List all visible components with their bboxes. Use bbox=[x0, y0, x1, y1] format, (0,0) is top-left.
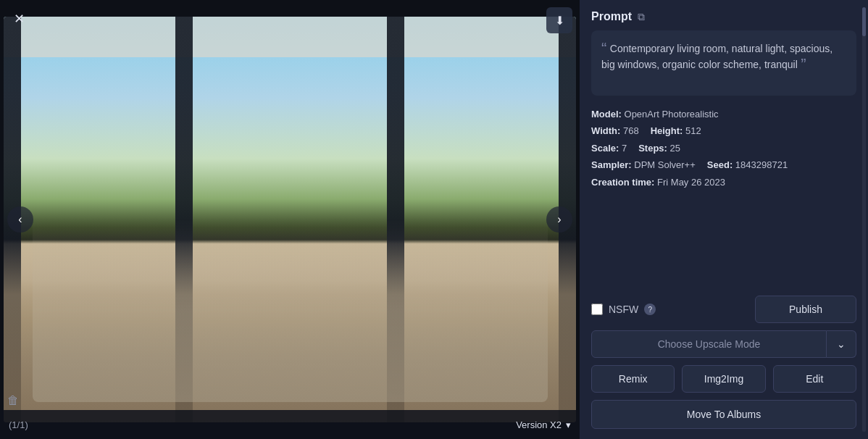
height-value: 512 bbox=[685, 125, 701, 136]
close-button[interactable]: ✕ bbox=[9, 9, 29, 29]
height-item: Height: 512 bbox=[651, 122, 701, 139]
creation-label: Creation time: bbox=[591, 177, 654, 188]
sampler-value: DPM Solver++ bbox=[634, 159, 696, 170]
generated-image bbox=[4, 17, 576, 422]
side-panel: Prompt ⧉ “ Contemporary living room, nat… bbox=[580, 0, 868, 439]
steps-label: Steps: bbox=[638, 143, 667, 154]
furniture-layer bbox=[33, 220, 548, 402]
nsfw-help-icon[interactable]: ? bbox=[644, 304, 656, 315]
modal-overlay: ✕ ⬇ ‹ › 🗑 (1/1) Version X bbox=[0, 0, 868, 439]
upscale-row: Choose Upscale Mode ⌄ bbox=[591, 330, 856, 358]
img2img-button[interactable]: Img2Img bbox=[682, 365, 765, 393]
nsfw-label: NSFW bbox=[609, 304, 638, 315]
sampler-item: Sampler: DPM Solver++ bbox=[591, 156, 696, 173]
scale-label: Scale: bbox=[591, 143, 619, 154]
sampler-label: Sampler: bbox=[591, 159, 632, 170]
prompt-box: “ Contemporary living room, natural ligh… bbox=[591, 30, 856, 96]
scrollbar-track bbox=[862, 7, 866, 432]
width-label: Width: bbox=[591, 125, 620, 136]
nsfw-checkbox[interactable] bbox=[591, 304, 603, 315]
prompt-title: Prompt bbox=[591, 10, 632, 23]
upscale-chevron-icon: ⌄ bbox=[837, 338, 846, 350]
seed-item: Seed: 1843298721 bbox=[707, 156, 788, 173]
width-value: 768 bbox=[623, 125, 639, 136]
next-image-button[interactable]: › bbox=[546, 206, 572, 233]
prompt-header: Prompt ⧉ bbox=[591, 10, 856, 23]
width-item: Width: 768 bbox=[591, 122, 639, 139]
model-row: Model: OpenArt Photorealistic bbox=[591, 106, 856, 122]
version-label: Version X2 bbox=[516, 419, 562, 430]
action-buttons-row: Remix Img2Img Edit bbox=[591, 365, 856, 393]
sampler-seed-row: Sampler: DPM Solver++ Seed: 1843298721 bbox=[591, 156, 856, 173]
steps-item: Steps: 25 bbox=[638, 140, 680, 156]
prompt-text: Contemporary living room, natural light,… bbox=[601, 43, 832, 70]
download-icon: ⬇ bbox=[555, 14, 564, 28]
edit-button[interactable]: Edit bbox=[773, 365, 856, 393]
model-label: Model: bbox=[591, 109, 622, 120]
upscale-dropdown-button[interactable]: ⌄ bbox=[827, 330, 856, 358]
version-chevron-icon: ▾ bbox=[566, 419, 571, 430]
quote-open: “ bbox=[601, 39, 606, 57]
prev-image-button[interactable]: ‹ bbox=[7, 206, 33, 233]
delete-button[interactable]: 🗑 bbox=[7, 394, 19, 407]
seed-label: Seed: bbox=[707, 159, 733, 170]
copy-icon: ⧉ bbox=[638, 11, 645, 22]
creation-time-row: Creation time: Fri May 26 2023 bbox=[591, 174, 856, 191]
close-icon: ✕ bbox=[14, 11, 25, 27]
creation-value: Fri May 26 2023 bbox=[657, 177, 725, 188]
version-selector[interactable]: Version X2 ▾ bbox=[516, 419, 571, 430]
quote-close: ” bbox=[801, 56, 806, 74]
remix-button[interactable]: Remix bbox=[591, 365, 675, 393]
image-panel: ⬇ ‹ › 🗑 (1/1) Version X2 ▾ bbox=[0, 0, 580, 439]
model-value: OpenArt Photorealistic bbox=[625, 109, 719, 120]
publish-row: NSFW ? Publish bbox=[591, 296, 856, 323]
metadata-section: Model: OpenArt Photorealistic Width: 768… bbox=[591, 106, 856, 191]
scrollbar-thumb[interactable] bbox=[862, 7, 866, 36]
scale-value: 7 bbox=[622, 143, 627, 154]
seed-value: 1843298721 bbox=[735, 159, 788, 170]
actions-area: NSFW ? Publish Choose Upscale Mode ⌄ Rem… bbox=[591, 296, 856, 429]
right-arrow-icon: › bbox=[557, 213, 561, 226]
left-arrow-icon: ‹ bbox=[18, 213, 22, 226]
steps-value: 25 bbox=[670, 143, 680, 154]
image-footer: (1/1) Version X2 ▾ bbox=[0, 410, 580, 439]
dimensions-row: Width: 768 Height: 512 bbox=[591, 122, 856, 139]
scale-steps-row: Scale: 7 Steps: 25 bbox=[591, 140, 856, 156]
upscale-mode-selector[interactable]: Choose Upscale Mode bbox=[591, 330, 827, 358]
page-indicator: (1/1) bbox=[9, 419, 28, 430]
move-to-albums-button[interactable]: Move To Albums bbox=[591, 400, 856, 429]
publish-button[interactable]: Publish bbox=[755, 296, 856, 323]
scale-item: Scale: 7 bbox=[591, 140, 627, 156]
height-label: Height: bbox=[651, 125, 683, 136]
delete-icon: 🗑 bbox=[7, 394, 19, 406]
nsfw-group: NSFW ? bbox=[591, 304, 656, 315]
download-button[interactable]: ⬇ bbox=[546, 7, 572, 33]
copy-prompt-button[interactable]: ⧉ bbox=[638, 11, 645, 23]
